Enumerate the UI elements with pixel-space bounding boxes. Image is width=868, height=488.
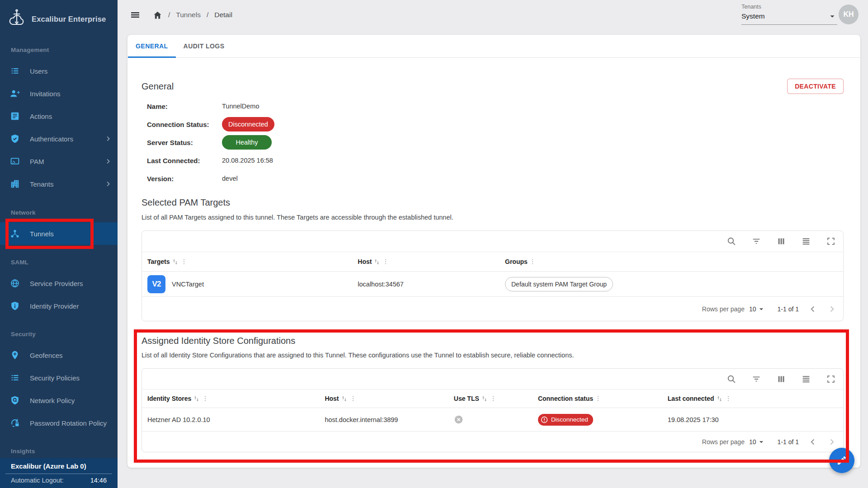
sort-icon[interactable] (481, 395, 488, 403)
fullscreen-icon[interactable] (826, 236, 836, 246)
column-menu-dots-icon[interactable] (180, 258, 188, 265)
tab-general[interactable]: GENERAL (128, 35, 176, 57)
column-header-groups[interactable]: Groups (500, 258, 843, 265)
brand: Excalibur Enterprise (0, 0, 118, 32)
nav-section-insights: Insights (0, 448, 118, 458)
search-icon[interactable] (726, 236, 736, 246)
table-row[interactable]: V2VNCTargetlocalhost:34567Default system… (142, 271, 843, 296)
column-menu-dots-icon[interactable] (382, 258, 389, 265)
rows-per-page-value[interactable]: 10 (749, 305, 756, 313)
column-menu-dots-icon[interactable] (349, 395, 357, 402)
column-header-label: Host (358, 258, 372, 265)
column-menu-dots-icon[interactable] (202, 395, 209, 402)
column-menu-dots-icon[interactable] (490, 395, 497, 402)
sidebar-item-authenticators[interactable]: Authenticators (0, 127, 118, 150)
column-menu-dots-icon[interactable] (594, 395, 602, 402)
rows-per-page-value[interactable]: 10 (749, 438, 756, 446)
pagination-range: 1-1 of 1 (778, 305, 799, 313)
sidebar-item-actions[interactable]: Actions (0, 105, 118, 127)
sidebar-item-users[interactable]: Users (0, 60, 118, 82)
breadcrumb-detail: Detail (214, 11, 232, 19)
fullscreen-icon[interactable] (826, 374, 836, 384)
sort-icon[interactable] (373, 258, 381, 266)
avatar[interactable]: KH (839, 5, 859, 24)
sort-icon[interactable] (716, 395, 723, 403)
home-icon[interactable] (153, 10, 162, 20)
column-header-label: Identity Stores (147, 395, 191, 402)
field-row-connection-status: Connection Status:Disconnected (142, 115, 844, 133)
column-header-last-connected[interactable]: Last connected (662, 395, 843, 403)
columns-icon[interactable] (776, 236, 786, 246)
table-footer: Rows per page101-1 of 1 (142, 296, 843, 321)
sidebar-item-label: Password Rotation Policy (30, 419, 107, 427)
table-cell (448, 415, 533, 424)
table-cell: Hetzner AD 10.2.0.10 (142, 416, 319, 423)
article-icon (10, 111, 20, 121)
sidebar-item-security-policies[interactable]: Security Policies (0, 366, 118, 389)
column-header-label: Groups (505, 258, 528, 265)
search-icon[interactable] (726, 374, 736, 384)
column-header-use-tls[interactable]: Use TLS (448, 395, 533, 403)
column-menu-dots-icon[interactable] (725, 395, 732, 402)
auto-logout-value: 14:46 (90, 477, 107, 484)
sidebar-item-label: Geofences (30, 352, 63, 359)
sidebar-item-tunnels[interactable]: Tunnels (0, 222, 118, 245)
column-header-host[interactable]: Host (319, 395, 448, 403)
sidebar-item-pam[interactable]: PAM (0, 150, 118, 173)
sidebar-item-identity-provider[interactable]: Identity Provider (0, 295, 118, 317)
edit-fab-button[interactable] (829, 448, 854, 473)
pam-targets-title: Selected PAM Targets (142, 197, 844, 208)
chevron-right-icon (104, 135, 112, 143)
column-header-targets[interactable]: Targets (142, 258, 352, 266)
table-toolbar (142, 231, 843, 252)
column-header-host[interactable]: Host (352, 258, 500, 266)
page-previous-icon[interactable] (808, 437, 818, 447)
tab-audit-logs[interactable]: AUDIT LOGS (176, 35, 232, 57)
field-label: Server Status: (147, 139, 222, 146)
table-row[interactable]: Hetzner AD 10.2.0.10host.docker.internal… (142, 408, 843, 431)
page-previous-icon[interactable] (808, 304, 818, 314)
density-icon[interactable] (801, 374, 811, 384)
sort-icon[interactable] (171, 258, 179, 266)
network-node-icon (10, 229, 20, 239)
nav-section-label-saml: SAML (11, 259, 118, 269)
sidebar-item-label: Tenants (30, 180, 54, 188)
nav-section-saml: SAMLService ProvidersIdentity Provider (0, 259, 118, 317)
filter-icon[interactable] (751, 236, 761, 246)
shield-info-icon (10, 301, 20, 311)
sidebar-item-label: Security Policies (30, 374, 80, 382)
column-header-identity-stores[interactable]: Identity Stores (142, 395, 319, 403)
tenants-select[interactable]: Tenants System (741, 4, 837, 25)
hamburger-menu-icon[interactable] (130, 9, 141, 20)
sidebar-item-password-rotation-policy[interactable]: Password Rotation Policy (0, 412, 118, 434)
sidebar-item-invitations[interactable]: Invitations (0, 82, 118, 105)
table-cell: localhost:34567 (352, 281, 500, 288)
sort-icon[interactable] (193, 395, 200, 403)
caret-down-icon[interactable] (757, 305, 766, 314)
sort-icon[interactable] (340, 395, 348, 403)
breadcrumb-tunnels[interactable]: Tunnels (176, 11, 201, 19)
target-name: VNCTarget (172, 281, 204, 288)
chevron-right-icon (104, 157, 112, 165)
screen-share-icon (10, 156, 20, 166)
caret-down-icon[interactable] (757, 437, 766, 446)
column-menu-dots-icon[interactable] (529, 258, 536, 265)
tenants-value: System (741, 12, 765, 20)
nav-section-label-management: Management (11, 47, 118, 56)
deactivate-button[interactable]: DEACTIVATE (787, 79, 844, 94)
table-cell: Disconnected (533, 414, 662, 426)
columns-icon[interactable] (776, 374, 786, 384)
pencil-icon (836, 455, 847, 466)
filter-icon[interactable] (751, 374, 761, 384)
group-chip: Default system PAM Target Group (505, 277, 613, 291)
sidebar-item-geofences[interactable]: Geofences (0, 344, 118, 366)
person-add-icon (10, 89, 20, 99)
density-icon[interactable] (801, 236, 811, 246)
sidebar-item-service-providers[interactable]: Service Providers (0, 272, 118, 295)
column-header-connection-status[interactable]: Connection status (533, 395, 662, 402)
page-next-icon[interactable] (827, 304, 837, 314)
sidebar-item-network-policy[interactable]: Network Policy (0, 389, 118, 412)
sidebar-item-tenants[interactable]: Tenants (0, 173, 118, 195)
page-next-icon[interactable] (827, 437, 837, 447)
rows-per-page-label: Rows per page (702, 305, 745, 313)
